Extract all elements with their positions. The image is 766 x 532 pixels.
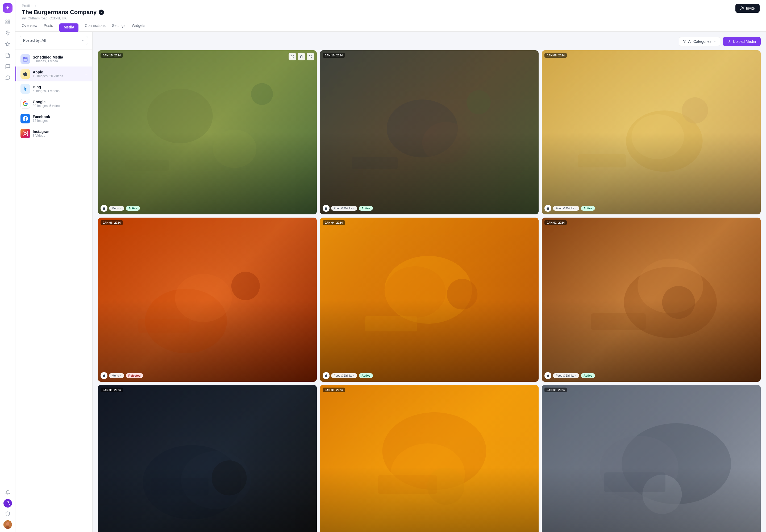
media-image-8 [542,385,761,532]
user-avatar[interactable] [3,520,12,529]
categories-filter[interactable]: All Categories [679,37,720,46]
svg-point-51 [181,451,251,509]
bell-icon[interactable] [3,488,13,497]
media-image-0 [98,50,317,214]
platform-badge-2 [544,205,551,212]
tab-overview[interactable]: Overview [22,23,37,31]
status-badge-2: Active [581,206,595,211]
source-item-bing[interactable]: Bing 6 Images, 1 videos [15,81,92,96]
instagram-count: 3 Videos [33,134,88,138]
media-card-3[interactable]: JAN 06, 2024 Menu ▾ Rejected [98,218,317,382]
shield-icon[interactable] [3,509,13,519]
location-icon[interactable] [3,28,13,38]
facebook-name: Facebook [33,115,88,119]
home-icon[interactable] [3,17,13,27]
svg-point-10 [741,7,742,8]
svg-point-57 [427,468,464,505]
invite-button[interactable]: Invite [735,4,760,13]
svg-point-52 [212,460,247,496]
upload-media-button[interactable]: Upload Media [723,37,761,46]
platform-badge-3 [101,372,107,379]
message-icon[interactable] [3,73,13,82]
svg-point-6 [7,501,9,503]
tab-connections[interactable]: Connections [85,23,106,31]
svg-point-31 [632,114,684,159]
media-image-1 [320,50,539,214]
platform-badge-4 [323,372,330,379]
media-date-5: JAN 01, 2024 [544,220,567,225]
avatar-icon[interactable] [3,499,12,508]
svg-rect-44 [542,218,761,382]
category-tag-4[interactable]: Food & Drinks ▾ [331,373,357,378]
svg-point-41 [384,266,446,318]
apple-count: 12 Images, 20 videos [33,74,82,78]
tab-settings[interactable]: Settings [112,23,126,31]
svg-point-47 [662,286,695,319]
source-item-scheduled[interactable]: Scheduled Media 5 Images, 1 video [15,52,92,67]
category-tag-2[interactable]: Food & Drinks ▾ [553,206,579,211]
company-address: 99, Oldham road, Oxford, UK [22,16,104,20]
media-date-1: JAN 10, 2024 [323,53,345,58]
page-title: The Burgermans Company ✓ [22,9,104,16]
platform-badge-0 [101,205,107,212]
category-tag-5[interactable]: Food & Drinks ▾ [553,373,579,378]
breadcrumb-profiles[interactable]: Profiles [22,4,33,8]
media-footer-1: Food & Drinks ▾ Active [323,205,373,212]
scheduled-name: Scheduled Media [33,55,88,59]
category-tag-3[interactable]: Menu ▾ [109,373,124,378]
posted-by-filter[interactable]: Posted by: All [20,36,88,45]
svg-point-21 [213,130,257,168]
svg-marker-5 [5,42,10,46]
bing-info: Bing 6 Images, 1 videos [33,85,88,93]
media-card-4[interactable]: JAN 04, 2024 Food & Drinks ▾ Active [320,218,539,382]
svg-rect-28 [352,157,398,169]
source-item-facebook[interactable]: Facebook 12 Images [15,111,92,126]
media-card-2[interactable]: JAN 08, 2024 Food & Drinks ▾ Active [542,50,761,214]
media-image-7 [320,385,539,532]
media-date-4: JAN 04, 2024 [323,220,345,225]
svg-rect-23 [125,160,169,171]
status-badge-1: Active [359,206,373,211]
scheduled-info: Scheduled Media 5 Images, 1 video [33,55,88,63]
media-card-1[interactable]: JAN 10, 2024 Food & Drinks ▾ Active [320,50,539,214]
media-image-3 [98,218,317,382]
source-item-instagram[interactable]: Instagram 3 Videos [15,126,92,141]
star-icon[interactable] [3,39,13,49]
svg-rect-38 [138,319,189,333]
svg-rect-24 [320,50,539,214]
delete-icon[interactable] [298,53,305,60]
media-date-0: JAN 15, 2024 [101,53,123,58]
facebook-icon [20,114,30,123]
media-date-2: JAN 08, 2024 [544,53,567,58]
category-tag-1[interactable]: Food & Drinks ▾ [331,206,357,211]
svg-point-27 [467,90,490,114]
svg-rect-13 [23,57,27,61]
media-card-5[interactable]: JAN 01, 2024 Food & Drinks ▾ Active [542,218,761,382]
category-tag-0[interactable]: Menu ▾ [109,206,124,211]
media-card-7[interactable]: JAN 01, 2024 Food & Drinks ▾ Active [320,385,539,532]
verified-badge: ✓ [99,10,104,15]
svg-rect-43 [365,316,417,331]
svg-point-32 [682,97,708,124]
tab-widgets[interactable]: Widgets [132,23,145,31]
expand-icon[interactable] [307,53,314,60]
source-item-apple[interactable]: Apple 12 Images, 20 videos → [15,67,92,81]
media-actions-0 [289,53,314,60]
media-card-8[interactable]: JAN 01, 2024 Food & Drinks ▾ Active [542,385,761,532]
google-count: 30 Images, 5 videos [33,104,88,108]
media-card-6[interactable]: JAN 01, 2024 Food & Drinks ▾ Active [98,385,317,532]
media-card-0[interactable]: JAN 15, 2024 Menu ▾ Active [98,50,317,214]
media-image-2 [542,50,761,214]
svg-rect-33 [578,154,626,167]
document-icon[interactable] [3,51,13,60]
tab-media[interactable]: Media [59,23,78,32]
app-logo[interactable]: ✦ [3,3,13,13]
edit-icon[interactable] [289,53,296,60]
svg-point-22 [251,83,273,105]
chat-icon[interactable] [3,62,13,71]
svg-point-4 [7,32,8,33]
source-item-google[interactable]: Google 30 Images, 5 videos [15,96,92,111]
tab-posts[interactable]: Posts [44,23,53,31]
svg-rect-53 [152,478,209,496]
apple-name: Apple [33,70,82,74]
